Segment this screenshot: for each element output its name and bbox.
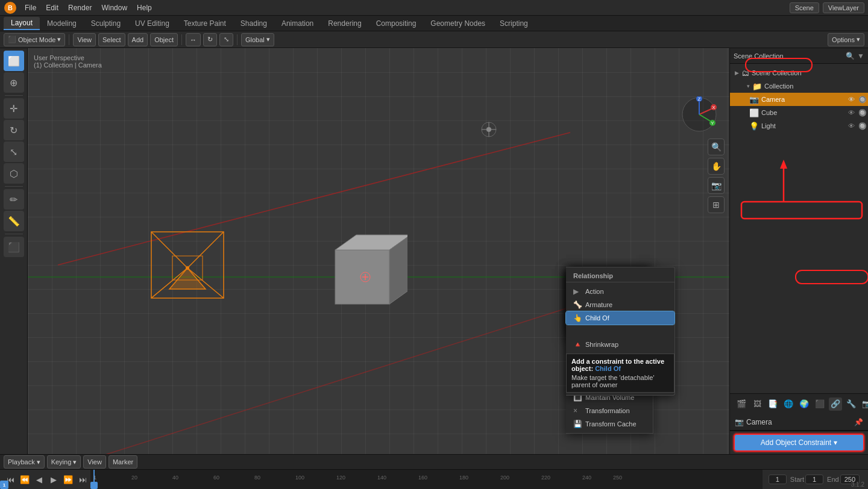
context-menu-relationship: Relationship ▶ Action 🦴 Armature 👆 Child… — [566, 267, 675, 396]
light-eye-icon[interactable]: 👁 — [848, 122, 855, 129]
outliner-camera[interactable]: 📷 Camera 👁 🔘 — [730, 93, 868, 106]
keying-menu[interactable]: Keying ▾ — [47, 455, 81, 469]
svg-line-15 — [151, 232, 187, 268]
start-frame-input[interactable]: 1 — [805, 475, 823, 484]
object-menu[interactable]: Object — [150, 33, 178, 46]
transform-scale[interactable]: ⤡ — [219, 33, 233, 46]
constraint-pin-icon[interactable]: 📌 — [854, 418, 863, 426]
svg-text:Z: Z — [698, 96, 701, 102]
step-back-btn[interactable]: ⏪ — [18, 473, 31, 486]
current-frame-input[interactable]: 1 — [769, 475, 787, 484]
step-forward-btn[interactable]: ⏩ — [61, 473, 75, 486]
camera-eye-icon[interactable]: 👁 — [848, 96, 855, 103]
cube-eye-icon[interactable]: 👁 — [848, 109, 855, 116]
outliner-scene-collection[interactable]: ▶ 🗂 Scene Collection — [730, 66, 868, 79]
tab-rendering[interactable]: Rendering — [321, 17, 368, 30]
output-props-icon[interactable]: 🖼 — [750, 397, 764, 411]
scene-props-icon[interactable]: 🌐 — [782, 397, 795, 411]
outliner-light[interactable]: 💡 Light 👁 🔘 — [730, 119, 868, 132]
tab-geometry-nodes[interactable]: Geometry Nodes — [423, 17, 492, 30]
options-button[interactable]: Options ▾ — [828, 33, 864, 46]
camera-view-btn[interactable]: 📷 — [708, 177, 725, 194]
move-tool-btn[interactable]: ✛ — [4, 98, 24, 119]
camera-restrict-icon[interactable]: 🔘 — [858, 96, 867, 104]
play-btn[interactable]: ▶ — [47, 473, 60, 486]
outliner-cube[interactable]: ⬜ Cube 👁 🔘 — [730, 106, 868, 119]
constraint-props-icon[interactable]: 🔗 — [829, 397, 842, 411]
transformation-icon: × — [573, 406, 582, 415]
marker-menu[interactable]: Marker — [108, 455, 137, 469]
shrinkwrap-icon: 🔺 — [573, 340, 582, 349]
h-toolbar: ⬛ Object Mode ▾ View Select Add Object ↔… — [0, 31, 868, 48]
start-label: Start — [790, 476, 804, 483]
view-menu[interactable]: View — [73, 33, 96, 46]
ortho-view-btn[interactable]: ⊞ — [708, 196, 725, 213]
scale-tool-btn[interactable]: ⤡ — [4, 142, 24, 162]
constraint-obj-name: Camera — [746, 418, 772, 426]
transform-translate[interactable]: ↔ — [186, 33, 201, 46]
tab-sculpting[interactable]: Sculpting — [84, 17, 128, 30]
menu-render[interactable]: Render — [64, 2, 96, 13]
object-props-icon[interactable]: ⬛ — [813, 397, 826, 411]
tab-scripting[interactable]: Scripting — [492, 17, 535, 30]
constraint-cam-icon: 📷 — [735, 418, 744, 426]
cursor-tool-btn[interactable]: ⊕ — [4, 72, 24, 93]
add-cube-btn[interactable]: ⬛ — [4, 237, 24, 257]
data-props-icon[interactable]: 📷 — [860, 397, 868, 411]
ctx-transform-cache[interactable]: 💾 Transform Cache — [566, 417, 653, 431]
select-tool-btn[interactable]: ⬜ — [4, 51, 24, 71]
mode-selector[interactable]: ⬛ Object Mode ▾ — [4, 33, 65, 46]
world-props-icon[interactable]: 🌍 — [797, 397, 811, 411]
menu-help[interactable]: Help — [133, 2, 156, 13]
outliner-collection[interactable]: ▾ 📁 Collection — [730, 79, 868, 93]
axis-gizmo[interactable]: X Y Z — [681, 96, 717, 134]
zoom-in-btn[interactable]: 🔍 — [708, 139, 725, 155]
scene-name[interactable]: Scene — [790, 2, 819, 13]
ctx-action[interactable]: ▶ Action — [566, 285, 675, 298]
tab-texture-paint[interactable]: Texture Paint — [177, 17, 233, 30]
frame-indicator-handle[interactable] — [90, 482, 98, 489]
tab-shading[interactable]: Shading — [233, 17, 274, 30]
light-restrict-icon[interactable]: 🔘 — [858, 122, 867, 130]
tab-compositing[interactable]: Compositing — [369, 17, 424, 30]
render-props-icon[interactable]: 🎬 — [735, 397, 748, 411]
menu-edit[interactable]: Edit — [42, 2, 63, 13]
select-menu[interactable]: Select — [98, 33, 125, 46]
ctx-child-of[interactable]: 👆 Child Of — [566, 311, 675, 325]
ctx-shrinkwrap[interactable]: 🔺 Shrinkwrap — [566, 338, 675, 351]
measure-btn[interactable]: 📏 — [4, 211, 24, 231]
camera-object[interactable] — [145, 220, 266, 318]
viewport[interactable]: User Perspective (1) Collection | Camera… — [28, 48, 729, 454]
transform-rotate[interactable]: ↻ — [203, 33, 217, 46]
rotate-tool-btn[interactable]: ↻ — [4, 120, 24, 140]
playback-menu[interactable]: Playback ▾ — [4, 455, 45, 469]
tab-modeling[interactable]: Modeling — [40, 17, 84, 30]
outliner-header: Scene Collection 🔍 ▼ — [730, 48, 868, 64]
play-reverse-btn[interactable]: ◀ — [33, 473, 46, 486]
collection-icon: 📁 — [752, 82, 762, 91]
outliner-options-icon[interactable]: ▼ — [857, 52, 864, 60]
tab-layout[interactable]: Layout — [4, 17, 40, 30]
cube-object[interactable] — [323, 232, 407, 318]
jump-end-btn[interactable]: ⏭ — [76, 473, 89, 486]
ctx-armature[interactable]: 🦴 Armature — [566, 298, 675, 311]
transform-global[interactable]: Global ▾ — [241, 33, 274, 46]
annotate-btn[interactable]: ✏ — [4, 189, 24, 210]
ctx-transformation[interactable]: × Transformation — [566, 404, 653, 417]
add-menu[interactable]: Add — [128, 33, 148, 46]
menu-window[interactable]: Window — [97, 2, 131, 13]
add-object-constraint-button[interactable]: Add Object Constraint ▾ — [735, 435, 863, 450]
view-menu-tl[interactable]: View — [83, 455, 106, 469]
view-layer-props-icon[interactable]: 📑 — [766, 397, 779, 411]
tab-uv-editing[interactable]: UV Editing — [128, 17, 177, 30]
timeline-ruler[interactable]: 1 20 40 60 80 100 120 140 160 180 200 22… — [90, 470, 763, 489]
filter-icon[interactable]: 🔍 — [846, 52, 855, 60]
view-layer-name[interactable]: ViewLayer — [823, 2, 864, 13]
modifier-props-icon[interactable]: 🔧 — [844, 397, 858, 411]
tab-animation[interactable]: Animation — [274, 17, 321, 30]
pan-btn[interactable]: ✋ — [708, 158, 725, 175]
menu-file[interactable]: File — [20, 2, 40, 13]
cube-restrict-icon[interactable]: 🔘 — [858, 109, 867, 117]
transform-tool-btn[interactable]: ⬡ — [4, 163, 24, 184]
viewport-info: User Perspective (1) Collection | Camera — [34, 54, 102, 69]
